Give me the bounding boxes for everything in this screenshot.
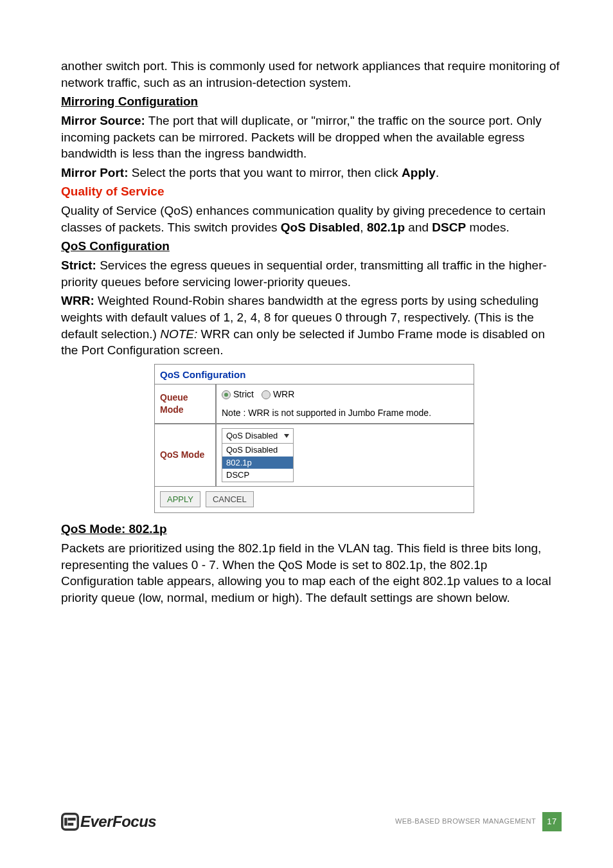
mirror-port-label: Mirror Port: [61,166,129,179]
qos-intro-b: QoS Disabled [281,221,360,234]
page-number: 17 [542,812,562,831]
qos-mode-cell: QoS Disabled QoS Disabled 802.1p DSCP [216,424,474,487]
qos-mode-dropdown: QoS Disabled 802.1p DSCP [222,443,294,482]
qos-intro-e: and [405,221,432,234]
qos-mode-row-label: QoS Mode [154,424,216,487]
qos-intro-c: , [360,221,367,234]
brand-name: EverFocus [80,811,156,832]
footer-section-label: WEB-BASED BROWSER MANAGEMENT [395,817,536,826]
qos-intro-d: 802.1p [367,221,405,234]
qos-button-row: APPLY CANCEL [155,486,474,513]
mirror-port-apply-word: Apply [402,166,436,179]
svg-rect-3 [64,818,67,826]
footer-right: WEB-BASED BROWSER MANAGEMENT 17 [395,812,562,831]
heading-mirroring-config: Mirroring Configuration [61,93,562,110]
heading-quality-of-service: Quality of Service [61,183,562,200]
brand-logo: EverFocus [61,811,156,832]
wrr-paragraph: WRR: Weighted Round-Robin shares bandwid… [61,293,562,359]
strict-paragraph: Strict: Services the egress queues in se… [61,257,562,290]
qos-config-panel: QoS Configuration Queue Mode Strict WRR … [154,364,474,513]
qos-mode-selected-value: QoS Disabled [226,430,278,442]
qos-mode-select[interactable]: QoS Disabled [222,428,294,444]
heading-qos-config: QoS Configuration [61,238,562,255]
qos-intro-g: modes. [466,221,510,234]
mirror-source-paragraph: Mirror Source: The port that will duplic… [61,113,562,162]
qos-table: Queue Mode Strict WRR Note : WRR is not … [154,384,474,487]
mirror-port-text-a: Select the ports that you want to mirror… [129,166,402,179]
heading-qos-8021p: QoS Mode: 802.1p [61,521,562,538]
apply-button[interactable]: APPLY [160,491,200,508]
qos-option-8021p[interactable]: 802.1p [222,457,293,469]
qos-intro-f: DSCP [432,221,466,234]
mirror-source-label: Mirror Source: [61,114,145,127]
everfocus-icon [61,813,79,831]
chevron-down-icon [284,434,289,438]
page-footer: EverFocus WEB-BASED BROWSER MANAGEMENT 1… [61,811,562,832]
wrr-radio-label: WRR [273,388,294,401]
queue-mode-note: Note : WRR is not supported in Jumbo Fra… [222,403,468,419]
qos-option-disabled[interactable]: QoS Disabled [222,444,293,457]
qos-panel-title: QoS Configuration [155,365,474,384]
intro-paragraph: another switch port. This is commonly us… [61,58,562,91]
document-page: another switch port. This is commonly us… [0,0,613,868]
qos-option-dscp[interactable]: DSCP [222,469,293,482]
strict-label: Strict: [61,258,96,272]
mirror-port-paragraph: Mirror Port: Select the ports that you w… [61,165,562,181]
svg-rect-2 [68,823,74,826]
svg-rect-1 [68,818,76,820]
wrr-note-label: NOTE: [160,327,197,341]
strict-radio[interactable] [222,390,231,399]
strict-radio-label: Strict [233,388,254,401]
cancel-button[interactable]: CANCEL [206,491,254,508]
strict-text: Services the egress queues in sequential… [61,258,547,289]
queue-mode-row-label: Queue Mode [154,384,216,424]
wrr-label: WRR: [61,294,94,307]
mirror-port-text-c: . [436,166,439,179]
p-8021p: Packets are prioritized using the 802.1p… [61,540,562,606]
qos-intro-paragraph: Quality of Service (QoS) enhances commun… [61,203,562,235]
queue-mode-cell: Strict WRR Note : WRR is not supported i… [216,384,474,424]
wrr-radio[interactable] [262,390,271,399]
